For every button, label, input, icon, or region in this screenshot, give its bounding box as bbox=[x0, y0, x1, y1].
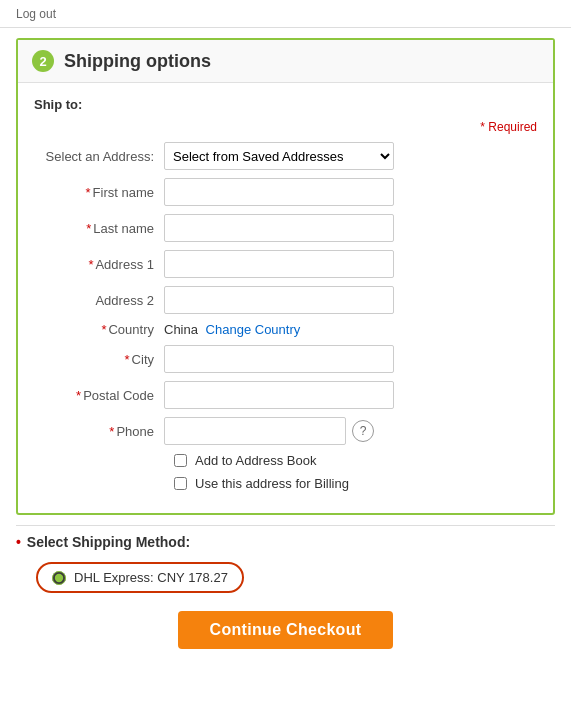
city-label: *City bbox=[34, 352, 164, 367]
last-name-label: *Last name bbox=[34, 221, 164, 236]
section-body: Ship to: * Required Select an Address: S… bbox=[18, 83, 553, 513]
logout-link[interactable]: Log out bbox=[16, 7, 56, 21]
page-wrapper: Log out 2 Shipping options Ship to: * Re… bbox=[0, 0, 571, 727]
required-star: * bbox=[109, 424, 114, 439]
city-input[interactable] bbox=[164, 345, 394, 373]
use-for-billing-checkbox[interactable] bbox=[174, 477, 187, 490]
shipping-option-label-dhl: DHL Express: CNY 178.27 bbox=[74, 570, 228, 585]
country-text: China bbox=[164, 322, 198, 337]
first-name-input[interactable] bbox=[164, 178, 394, 206]
country-value-area: China Change Country bbox=[164, 322, 300, 337]
phone-field-group: ? bbox=[164, 417, 374, 445]
required-note: * Required bbox=[34, 120, 537, 134]
address1-input[interactable] bbox=[164, 250, 394, 278]
shipping-method-section: • Select Shipping Method: DHL Express: C… bbox=[16, 534, 555, 593]
phone-row: *Phone ? bbox=[34, 417, 537, 445]
required-star: * bbox=[86, 185, 91, 200]
phone-input[interactable] bbox=[164, 417, 346, 445]
step-badge: 2 bbox=[32, 50, 54, 72]
postal-code-input[interactable] bbox=[164, 381, 394, 409]
required-star: * bbox=[86, 221, 91, 236]
last-name-row: *Last name bbox=[34, 214, 537, 242]
phone-label: *Phone bbox=[34, 424, 164, 439]
postal-code-row: *Postal Code bbox=[34, 381, 537, 409]
shipping-options-list: DHL Express: CNY 178.27 bbox=[16, 562, 555, 593]
postal-code-label: *Postal Code bbox=[34, 388, 164, 403]
city-row: *City bbox=[34, 345, 537, 373]
first-name-label: *First name bbox=[34, 185, 164, 200]
required-dot: • bbox=[16, 534, 21, 550]
select-address-dropdown[interactable]: Select from Saved Addresses bbox=[164, 142, 394, 170]
country-row: *Country China Change Country bbox=[34, 322, 537, 337]
required-star: * bbox=[101, 322, 106, 337]
first-name-row: *First name bbox=[34, 178, 537, 206]
select-address-row: Select an Address: Select from Saved Add… bbox=[34, 142, 537, 170]
address2-label: Address 2 bbox=[34, 293, 164, 308]
address2-row: Address 2 bbox=[34, 286, 537, 314]
continue-btn-row: Continue Checkout bbox=[0, 611, 571, 649]
shipping-option-dhl[interactable]: DHL Express: CNY 178.27 bbox=[36, 562, 244, 593]
continue-checkout-button[interactable]: Continue Checkout bbox=[178, 611, 394, 649]
change-country-link[interactable]: Change Country bbox=[206, 322, 301, 337]
last-name-input[interactable] bbox=[164, 214, 394, 242]
top-bar: Log out bbox=[0, 0, 571, 28]
add-to-address-book-checkbox[interactable] bbox=[174, 454, 187, 467]
ship-to-label: Ship to: bbox=[34, 97, 537, 112]
select-address-label: Select an Address: bbox=[34, 149, 164, 164]
use-for-billing-row: Use this address for Billing bbox=[34, 476, 537, 491]
shipping-method-title: • Select Shipping Method: bbox=[16, 534, 555, 550]
required-star: * bbox=[125, 352, 130, 367]
shipping-options-section: 2 Shipping options Ship to: * Required S… bbox=[16, 38, 555, 515]
section-title: Shipping options bbox=[64, 51, 211, 72]
add-to-address-book-row: Add to Address Book bbox=[34, 453, 537, 468]
required-star: * bbox=[76, 388, 81, 403]
address2-input[interactable] bbox=[164, 286, 394, 314]
section-header: 2 Shipping options bbox=[18, 40, 553, 83]
address1-label: *Address 1 bbox=[34, 257, 164, 272]
section-divider bbox=[16, 525, 555, 526]
use-for-billing-label[interactable]: Use this address for Billing bbox=[195, 476, 349, 491]
country-label: *Country bbox=[34, 322, 164, 337]
address1-row: *Address 1 bbox=[34, 250, 537, 278]
shipping-option-radio-dhl[interactable] bbox=[52, 571, 66, 585]
phone-help-icon[interactable]: ? bbox=[352, 420, 374, 442]
add-to-address-book-label[interactable]: Add to Address Book bbox=[195, 453, 316, 468]
required-star: * bbox=[88, 257, 93, 272]
